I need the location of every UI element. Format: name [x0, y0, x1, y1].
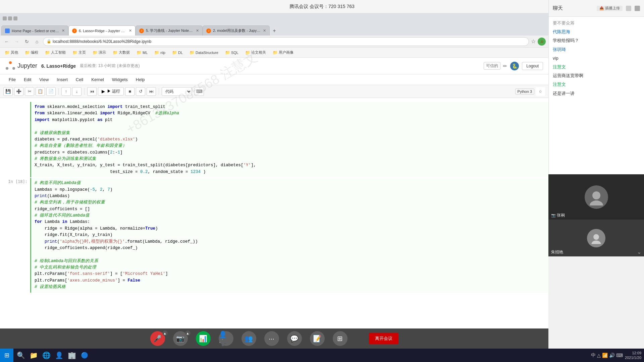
run-all-btn[interactable]: ⏭: [147, 87, 156, 96]
bookmark-user[interactable]: 📁 用户画像: [271, 49, 296, 56]
tab-model[interactable]: J 2. model用法及参数 - Jupyter ... ✕: [203, 25, 270, 36]
logout-btn[interactable]: Logout: [522, 62, 543, 70]
taskbar-explorer[interactable]: 📁: [28, 349, 40, 361]
jupyter-cells[interactable]: from sklearn.model_selection import trai…: [0, 98, 548, 362]
tab-label-0: Home Page - Select or create: [12, 29, 60, 33]
run-cell-btn[interactable]: ▶ ▶ 运行: [98, 87, 124, 96]
camera-btn[interactable]: 📷 ▲: [173, 331, 188, 346]
tab-close-0[interactable]: ✕: [62, 28, 65, 33]
bookmark-other[interactable]: 📁 其他: [3, 49, 20, 56]
menu-cell[interactable]: Cell: [72, 76, 87, 83]
volume-icon[interactable]: 🔊: [609, 353, 615, 358]
add-member-btn[interactable]: 👤➕: [219, 331, 233, 346]
cell-content-1[interactable]: from sklearn.model_selection import trai…: [30, 102, 548, 177]
tab-close-1[interactable]: ✕: [129, 28, 132, 33]
copy-cell-btn[interactable]: 📋: [36, 87, 45, 96]
cell-18[interactable]: In [18]: # 构造不同的Lambda值 Lambdas = np.log…: [0, 178, 548, 292]
close-window-btn[interactable]: [13, 16, 17, 20]
tab-close-2[interactable]: ✕: [196, 28, 199, 33]
bookmark-main[interactable]: 📁 主页: [70, 49, 88, 56]
tab-label-1: 6. Lasso+Ridge - Jupyter Note...: [79, 29, 127, 33]
menu-insert[interactable]: Insert: [53, 76, 71, 83]
edit-icon[interactable]: ✏: [503, 63, 507, 69]
bookmark-nlp[interactable]: 📁 nlp: [152, 50, 167, 56]
minimize-btn[interactable]: [626, 6, 631, 11]
chat-btn[interactable]: 💬: [287, 331, 302, 346]
network-icon[interactable]: 📶: [602, 353, 608, 358]
toolbar-separator-2: [84, 88, 85, 95]
bookmark-demo[interactable]: 📁 演示: [91, 49, 108, 56]
hidden-icons[interactable]: △: [597, 353, 601, 358]
minimize-window-btn[interactable]: [3, 16, 7, 20]
move-down-btn[interactable]: ↓: [72, 87, 82, 96]
home-btn[interactable]: ⌂: [33, 38, 41, 46]
menu-widgets[interactable]: Widgets: [109, 76, 131, 83]
bookmark-bigdata[interactable]: 📁 大数据: [111, 49, 132, 56]
leave-meeting-btn[interactable]: 离开会议: [369, 333, 398, 344]
cut-cell-btn[interactable]: ✂: [25, 87, 34, 96]
bookmark-ds[interactable]: 📁 DataStructure: [187, 50, 220, 56]
bookmark-programming[interactable]: 📁 编程: [23, 49, 40, 56]
chat-upload-btn[interactable]: 📤 插播上传: [597, 6, 623, 11]
taskbar-chrome[interactable]: 🔵: [78, 349, 91, 361]
bookmark-ml[interactable]: 📁 ML: [135, 50, 150, 56]
bookmark-dl[interactable]: 📁 DL: [170, 50, 185, 56]
menu-help[interactable]: Help: [132, 76, 148, 83]
taskbar-meeting[interactable]: 🏢: [66, 349, 78, 361]
clock-date: 2021/1/20: [625, 355, 641, 360]
cell-1[interactable]: from sklearn.model_selection import trai…: [0, 102, 548, 177]
tab-close-3[interactable]: ✕: [263, 28, 266, 33]
taskbar-search[interactable]: 🔍: [15, 349, 27, 361]
url-bar[interactable]: 🔒 localhost:8888/notebooks/6.%20Lasso%2B…: [43, 37, 529, 46]
keyboard-icon[interactable]: ⌨: [195, 87, 204, 96]
ime-icon[interactable]: ⌨: [616, 353, 623, 358]
expand-video-btn[interactable]: ⌄: [637, 249, 641, 255]
menu-edit[interactable]: Edit: [20, 76, 35, 83]
bookmark-btn[interactable]: ☆: [531, 38, 536, 45]
run-label: ▶ 运行: [107, 88, 120, 94]
taskbar-app3[interactable]: 👤: [53, 349, 65, 361]
jupyter-notebook-name[interactable]: 6. Lasso+Ridge: [41, 63, 76, 69]
bookmark-papers[interactable]: 📁 论文相关: [243, 49, 268, 56]
maximize-window-btn[interactable]: [8, 16, 12, 20]
input-method-icon[interactable]: 中: [591, 352, 596, 358]
bookmark-ai[interactable]: 📁 人工智能: [43, 49, 68, 56]
menu-file[interactable]: File: [5, 76, 19, 83]
mic-expand-btn[interactable]: ▲: [162, 330, 168, 336]
cell-number-18: In [18]:: [0, 178, 30, 292]
paste-cell-btn[interactable]: 📄: [46, 87, 56, 96]
run-prev-btn[interactable]: ⏮: [87, 87, 97, 96]
cell-type-select[interactable]: 代码 Markdown Raw: [162, 87, 192, 96]
members-btn[interactable]: 👥: [241, 331, 256, 346]
new-tab-btn[interactable]: +: [270, 26, 279, 36]
refresh-btn[interactable]: ↻: [23, 38, 31, 46]
start-btn[interactable]: ⊞: [0, 349, 13, 362]
save-tool-btn[interactable]: 💾: [3, 87, 13, 96]
more-btn[interactable]: ···: [264, 331, 279, 346]
browser-icon: 🌐: [42, 351, 51, 359]
restart-btn[interactable]: ↺: [136, 87, 145, 96]
menu-view[interactable]: View: [36, 76, 52, 83]
add-cell-btn[interactable]: ➕: [14, 87, 23, 96]
tab-learning[interactable]: J 5. 学习曲线 - Jupyter Noteboo... ✕: [136, 25, 203, 36]
mic-btn[interactable]: 🎤 ▲: [150, 331, 165, 346]
taskbar-browser[interactable]: 🌐: [40, 349, 52, 361]
back-btn[interactable]: ←: [3, 38, 11, 46]
record-btn[interactable]: 📝: [310, 331, 325, 346]
grid-btn[interactable]: ⊞: [333, 331, 347, 346]
forward-btn[interactable]: →: [13, 38, 21, 46]
url-text: localhost:8888/notebooks/6.%20Lasso%2BRi…: [53, 39, 151, 44]
stop-btn[interactable]: ■: [125, 87, 135, 96]
extension-btn[interactable]: 🐊: [538, 38, 546, 46]
move-up-btn[interactable]: ↑: [61, 87, 71, 96]
menu-kernel[interactable]: Kernel: [88, 76, 107, 83]
tab-lasso[interactable]: J 6. Lasso+Ridge - Jupyter Note... ✕: [68, 25, 136, 36]
tab-home[interactable]: Home Page - Select or create ✕: [1, 25, 68, 36]
share-btn[interactable]: 📊: [196, 331, 211, 346]
bookmark-sql[interactable]: 📁 SQL: [223, 50, 240, 56]
camera-expand-btn[interactable]: ▲: [185, 330, 191, 336]
close-btn[interactable]: [635, 6, 640, 11]
video-avatar-large: [585, 185, 608, 209]
cell-content-18[interactable]: # 构造不同的Lambda值 Lambdas = np.logspace(-5,…: [30, 178, 548, 292]
meeting-icon: 🏢: [68, 351, 76, 359]
